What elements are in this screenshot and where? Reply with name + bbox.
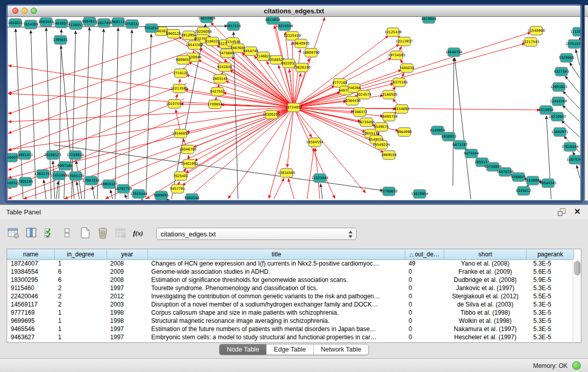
table-cell[interactable]: de Silva et al. (2003) [444,300,526,309]
graph-edge[interactable] [453,58,454,186]
graph-edge[interactable] [230,70,294,107]
table-cell[interactable]: 9463627 [7,333,55,341]
graph-node[interactable]: 9154692 [394,105,409,114]
table-cell[interactable]: 0 [405,292,444,300]
graph-node[interactable]: 19166852 [172,129,189,138]
graph-node[interactable]: 7654309 [23,20,38,29]
table-cell[interactable]: 1998 [106,317,147,325]
table-options-button[interactable] [7,227,20,240]
table-cell[interactable]: Nakamura et al. (1997) [444,325,526,333]
select-rows-button[interactable] [42,227,56,240]
graph-node[interactable]: 9245012 [516,187,531,195]
graph-edge[interactable] [16,29,24,199]
table-cell[interactable]: 5.3E-5 [527,309,574,317]
graph-edge[interactable] [105,107,294,199]
graph-node[interactable]: 19384554 [306,138,323,147]
table-cell[interactable]: 1997 [106,284,147,292]
table-cell[interactable]: 9699695 [7,317,55,325]
table-cell[interactable]: 1997 [106,325,147,333]
graph-node[interactable]: 11675309 [567,156,580,164]
table-cell[interactable]: 0 [405,309,444,317]
graph-node[interactable]: 13505135 [67,172,84,181]
graph-node[interactable]: 18375165 [390,78,408,87]
table-cell[interactable]: 0 [405,300,444,309]
graph-edge[interactable] [24,107,294,199]
column-header-name[interactable]: name [7,249,55,259]
graph-node[interactable]: 15046798 [179,145,197,154]
graph-node[interactable]: 16720405 [358,118,375,127]
graph-edge[interactable] [188,62,294,107]
table-cell[interactable]: 5.3E-5 [527,284,574,292]
table-cell[interactable]: 14569117 [7,300,55,309]
graph-edge[interactable] [8,37,182,94]
graph-node[interactable]: 5475685 [219,49,234,58]
graph-node[interactable]: 16909790 [302,49,320,57]
network-view-window[interactable]: citations_edges.txt 18724007746382896012… [6,4,582,201]
graph-edge[interactable] [294,107,540,110]
table-cell[interactable]: 0 [405,333,444,341]
delete-table-button[interactable] [114,227,127,240]
graph-node[interactable]: 9457791 [170,185,185,193]
graph-edge[interactable] [274,178,284,199]
graph-node[interactable]: 8186328 [205,37,220,46]
table-row[interactable]: 969969511998Structural magnetic resonanc… [7,317,574,325]
graph-edge[interactable] [43,180,46,199]
table-row[interactable]: 946554611997Estimation of the future num… [7,325,574,333]
graph-node[interactable]: 8960128 [166,30,181,38]
delete-columns-button[interactable] [96,227,110,240]
graph-node[interactable]: 7857234 [226,22,241,31]
graph-node[interactable]: 9242848 [217,63,232,72]
graph-edge[interactable] [454,58,471,199]
graph-node[interactable]: 12093823 [550,83,568,92]
graph-node[interactable]: 20364436 [343,97,361,105]
graph-node[interactable]: 16648784 [445,48,463,57]
table-cell[interactable]: 0 [405,276,444,284]
table-cell[interactable]: 6 [55,268,107,276]
graph-node[interactable]: 12790610 [380,187,398,196]
table-cell[interactable]: 5.3E-5 [527,259,574,268]
graph-node[interactable]: 19218506 [276,22,293,31]
table-scrollbar[interactable] [573,259,581,342]
graph-edge[interactable] [146,107,294,199]
graph-edge[interactable] [56,181,58,199]
graph-edge[interactable] [77,182,79,199]
graph-node[interactable]: 9699695 [154,191,168,200]
table-cell[interactable]: 5.6E-5 [527,268,574,276]
table-cell[interactable]: 5.3E-5 [527,300,574,309]
table-selector-dropdown[interactable]: citations_edges.txt [156,228,357,240]
graph-edge[interactable] [576,50,580,65]
graph-node[interactable]: 1395641 [53,36,68,45]
graph-node[interactable]: 12942757 [34,170,52,179]
graph-node[interactable]: 17957255 [82,177,100,185]
graph-node[interactable]: 13834585 [278,169,295,178]
table-cell[interactable]: 0 [405,268,444,276]
network-window-titlebar[interactable]: citations_edges.txt [8,6,580,17]
table-cell[interactable]: 18724007 [7,259,55,268]
table-cell[interactable]: Estimation of significance thresholds fo… [148,276,405,284]
table-cell[interactable]: 5.5E-5 [527,292,574,300]
graph-node[interactable]: 11323448 [311,174,329,183]
graph-edge[interactable] [8,53,187,114]
function-builder-button[interactable]: f(x) [132,227,145,240]
table-cell[interactable]: 49 [405,259,444,268]
graph-node[interactable]: 12217543 [522,38,539,47]
table-cell[interactable]: 2003 [106,300,147,309]
table-cell[interactable]: Structural magnetic resonance image aver… [148,317,405,325]
graph-node[interactable]: 20206573 [44,151,61,160]
graph-node[interactable]: 8750332 [124,20,139,29]
graph-node[interactable]: 7485034 [399,64,414,73]
node-table-grid[interactable]: namein_degreeyeartitle△out_de…shortpager… [7,249,574,341]
graph-node[interactable]: 9063444 [38,18,53,27]
graph-node[interactable]: 8819044 [421,17,436,24]
graph-node[interactable]: 15829954 [411,190,428,199]
table-cell[interactable]: 9777169 [7,309,55,317]
graph-node[interactable]: 19734593 [388,51,405,60]
graph-node[interactable]: 1650031 [8,19,23,28]
table-cell[interactable]: 1 [55,309,107,317]
table-cell[interactable]: 2012 [106,292,147,300]
graph-edge[interactable] [288,179,294,199]
graph-node[interactable]: 9227343 [554,68,569,76]
graph-node[interactable]: 17359934 [67,151,84,160]
table-cell[interactable]: Yano et al. (2008) [444,259,526,268]
graph-node[interactable]: 18544341 [539,179,557,188]
